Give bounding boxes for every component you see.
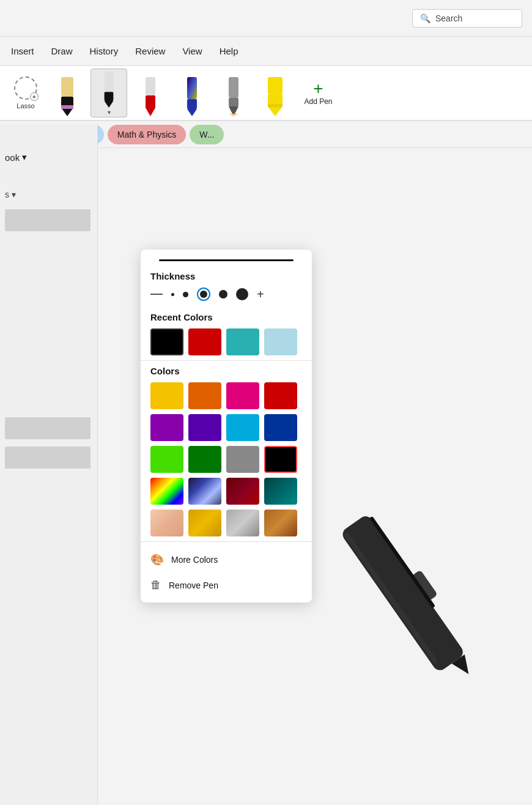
svg-rect-11 (187, 77, 197, 99)
preview-line (159, 259, 294, 261)
svg-rect-22 (340, 513, 466, 673)
color-purple[interactable] (150, 414, 183, 441)
menu-insert[interactable]: Insert (10, 43, 35, 59)
recent-color-teal[interactable] (226, 328, 259, 355)
thickness-row: + (141, 288, 312, 301)
thickness-plus-icon[interactable]: + (257, 288, 264, 300)
pen-pencil-icon (223, 77, 245, 116)
palette-icon: 🎨 (150, 553, 164, 566)
svg-rect-25 (343, 532, 438, 665)
svg-marker-17 (229, 114, 238, 116)
thickness-xs-option[interactable] (171, 293, 174, 296)
svg-rect-7 (146, 77, 155, 95)
menu-draw[interactable]: Draw (50, 43, 74, 59)
color-gold[interactable] (188, 510, 221, 536)
color-green[interactable] (188, 446, 221, 473)
pen-galaxy-icon (181, 77, 203, 116)
add-pen-label: Add Pen (304, 97, 332, 106)
lasso-tool[interactable]: + Lasso (7, 74, 44, 112)
menu-help[interactable]: Help (218, 43, 240, 59)
color-darkblue[interactable] (264, 414, 297, 441)
svg-rect-26 (369, 516, 435, 609)
pen-calligraphy[interactable] (49, 69, 86, 117)
search-icon: 🔍 (420, 13, 430, 23)
trash-icon: 🗑 (150, 579, 161, 592)
pen-felt[interactable] (132, 69, 169, 117)
color-wood[interactable] (264, 510, 297, 536)
color-rainbow[interactable] (150, 478, 183, 505)
colors-row-1 (141, 382, 312, 409)
tab-math-physics-label: Math & Physics (117, 130, 176, 139)
pen-highlighter-icon (264, 77, 286, 116)
color-skin[interactable] (150, 510, 183, 536)
menu-view[interactable]: View (181, 43, 203, 59)
menu-bar: Insert Draw History Review View Help (0, 37, 532, 66)
thickness-xl-option[interactable] (236, 288, 248, 300)
recent-color-red[interactable] (188, 328, 221, 355)
pen-ballpoint[interactable]: ▾ (91, 69, 127, 117)
color-lime[interactable] (150, 446, 183, 473)
pen-galaxy[interactable] (174, 69, 210, 117)
pen-highlighter[interactable] (257, 69, 294, 117)
tab-math-physics[interactable]: Math & Physics (108, 125, 186, 144)
add-pen-button[interactable]: + Add Pen (298, 78, 338, 108)
thickness-md-option[interactable] (197, 288, 210, 301)
svg-marker-6 (105, 101, 114, 108)
recent-color-black[interactable] (150, 328, 183, 355)
color-galaxy[interactable] (188, 478, 221, 505)
stylus-svg (287, 481, 532, 695)
svg-rect-0 (61, 77, 73, 97)
stylus-area (287, 481, 532, 695)
thickness-title: Thickness (141, 271, 312, 281)
sidebar-item-2 (5, 417, 91, 439)
color-black-active[interactable] (264, 446, 297, 473)
color-magenta[interactable] (226, 382, 259, 409)
pen-ballpoint-icon (98, 72, 120, 108)
color-silver[interactable] (226, 510, 259, 536)
pen-calligraphy-icon (56, 77, 78, 116)
thickness-md-dot (200, 291, 207, 298)
color-yellow[interactable] (150, 382, 183, 409)
recent-colors-title: Recent Colors (141, 312, 312, 322)
colors-row-4 (141, 478, 312, 505)
menu-review[interactable]: Review (134, 43, 166, 59)
svg-rect-15 (229, 98, 238, 106)
sidebar: ook ▾ s ▾ (0, 124, 98, 805)
pen-felt-icon (139, 77, 161, 116)
pen-dropdown-arrow[interactable]: ▾ (108, 109, 111, 116)
recent-color-lightblue[interactable] (264, 328, 297, 355)
svg-rect-14 (229, 77, 238, 98)
color-violet[interactable] (188, 414, 221, 441)
notebook-text: ook (5, 152, 20, 163)
pen-pencil[interactable] (215, 69, 252, 117)
color-cyan[interactable] (226, 414, 259, 441)
svg-marker-20 (268, 106, 283, 116)
tab-w[interactable]: W... (190, 125, 224, 144)
pen-popup: Thickness + Recent Colors Colors (141, 250, 312, 603)
color-teal-galaxy[interactable] (264, 478, 297, 505)
toolbar: + Lasso ▾ (0, 66, 532, 121)
svg-rect-5 (105, 92, 114, 101)
tab-w-label: W... (199, 130, 214, 139)
color-red-texture[interactable] (226, 478, 259, 505)
color-gray[interactable] (226, 446, 259, 473)
notebook-label[interactable]: ook ▾ (5, 152, 27, 163)
color-orange[interactable] (188, 382, 221, 409)
search-box[interactable]: 🔍 Search (412, 9, 522, 28)
remove-pen-button[interactable]: 🗑 Remove Pen (141, 573, 312, 598)
search-label: Search (435, 13, 462, 23)
more-colors-button[interactable]: 🎨 More Colors (141, 547, 312, 573)
section-label[interactable]: s ▾ (5, 190, 16, 199)
sidebar-item-3 (5, 447, 91, 469)
svg-marker-23 (452, 655, 476, 678)
colors-row-2 (141, 414, 312, 441)
menu-history[interactable]: History (89, 43, 120, 59)
svg-rect-18 (268, 77, 283, 94)
divider-1 (141, 360, 312, 361)
thickness-lg-option[interactable] (219, 290, 227, 299)
color-red[interactable] (264, 382, 297, 409)
svg-marker-9 (146, 108, 155, 116)
thickness-sm-option[interactable] (183, 292, 188, 297)
top-bar: 🔍 Search (0, 0, 532, 37)
thickness-line-option[interactable] (150, 294, 163, 295)
